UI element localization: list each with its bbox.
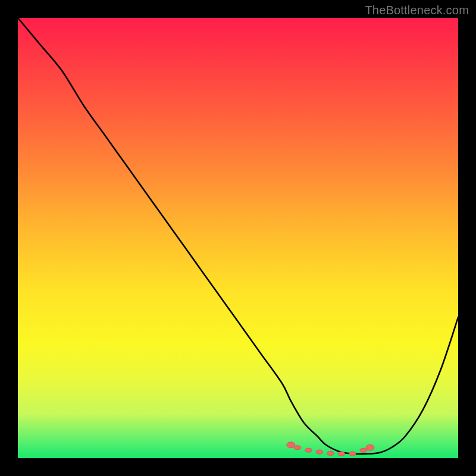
watermark-text: TheBottleneck.com xyxy=(365,4,469,17)
curve-svg xyxy=(18,18,458,458)
curve-marker xyxy=(294,446,301,450)
curve-marker xyxy=(316,450,323,454)
chart-frame: TheBottleneck.com xyxy=(0,0,476,476)
curve-marker xyxy=(338,452,345,456)
curve-marker xyxy=(349,452,356,456)
curve-marker xyxy=(366,444,374,450)
plot-area xyxy=(18,18,458,458)
curve-marker xyxy=(305,448,312,452)
curve-marker xyxy=(327,451,334,455)
bottleneck-curve xyxy=(18,18,458,454)
